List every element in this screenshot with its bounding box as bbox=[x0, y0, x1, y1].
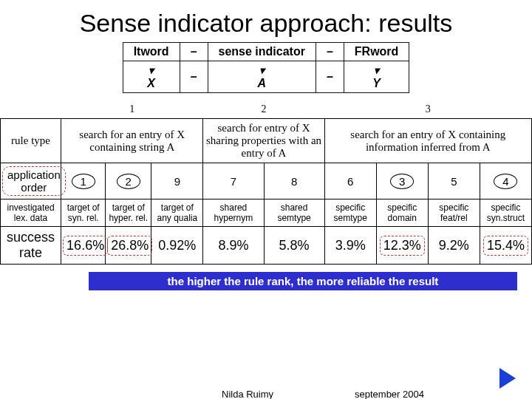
lex-3: target of any qualia bbox=[151, 200, 203, 227]
mapping-y: ▾ Y bbox=[344, 61, 409, 93]
succ-5: 5.8% bbox=[264, 227, 324, 265]
application-order-row: application order 1 2 9 7 8 6 3 5 4 bbox=[1, 163, 532, 200]
results-table: 1 2 3 rule type search for an entry of X… bbox=[0, 100, 532, 265]
group-3: 3 bbox=[324, 100, 531, 119]
slide-title: Sense indicator approach: results bbox=[0, 0, 532, 38]
success-rate-label: success rate bbox=[1, 227, 61, 265]
rule-type-3: search for an entry of X containing info… bbox=[324, 119, 531, 163]
slide: Sense indicator approach: results Itword… bbox=[0, 0, 532, 399]
order-6: 6 bbox=[324, 163, 376, 200]
lex-data-row: investigated lex. data target of syn. re… bbox=[1, 200, 532, 227]
reliability-banner: the higher the rule rank, the more relia… bbox=[89, 272, 517, 290]
application-order-label: application order bbox=[1, 163, 61, 200]
lex-5: shared semtype bbox=[264, 200, 324, 227]
succ-8: 9.2% bbox=[428, 227, 480, 265]
rule-type-label: rule type bbox=[1, 119, 61, 163]
mapping-row-vars: ▾ X – ▾ A – ▾ Y bbox=[123, 61, 409, 93]
mapping-frword: FRword bbox=[344, 43, 409, 61]
lex-1: target of syn. rel. bbox=[61, 200, 106, 227]
order-7: 3 bbox=[376, 163, 428, 200]
lex-2: target of hyper. rel. bbox=[106, 200, 151, 227]
mapping-dash1: – bbox=[180, 43, 208, 61]
lex-7: specific domain bbox=[376, 200, 428, 227]
mapping-a: ▾ A bbox=[208, 61, 316, 93]
mapping-dash2: – bbox=[316, 43, 344, 61]
group-2: 2 bbox=[203, 100, 324, 119]
succ-9: 15.4% bbox=[480, 227, 531, 265]
succ-2: 26.8% bbox=[106, 227, 151, 265]
lex-4: shared hypernym bbox=[203, 200, 264, 227]
mapping-vdash2: – bbox=[316, 61, 344, 93]
mapping-table: Itword – sense indicator – FRword ▾ X – … bbox=[123, 42, 410, 93]
order-2: 2 bbox=[106, 163, 151, 200]
rule-type-2: search for entry of X sharing properties… bbox=[203, 119, 324, 163]
succ-1: 16.6% bbox=[61, 227, 106, 265]
mapping-si: sense indicator bbox=[208, 43, 316, 61]
success-rate-row: success rate 16.6% 26.8% 0.92% 8.9% 5.8%… bbox=[1, 227, 532, 265]
order-8: 5 bbox=[428, 163, 480, 200]
down-arrow-icon: ▾ bbox=[149, 64, 154, 76]
footer-date: september 2004 bbox=[355, 389, 424, 399]
succ-6: 3.9% bbox=[324, 227, 376, 265]
down-arrow-icon: ▾ bbox=[374, 64, 379, 76]
rule-type-1: search for an entry of X containing stri… bbox=[61, 119, 203, 163]
lex-data-label: investigated lex. data bbox=[1, 200, 61, 227]
group-1: 1 bbox=[61, 100, 203, 119]
order-3: 9 bbox=[151, 163, 203, 200]
mapping-itword: Itword bbox=[123, 43, 180, 61]
down-arrow-icon: ▾ bbox=[259, 64, 265, 76]
rule-type-row: rule type search for an entry of X conta… bbox=[1, 119, 532, 163]
succ-4: 8.9% bbox=[203, 227, 264, 265]
order-5: 8 bbox=[264, 163, 324, 200]
blank-cell bbox=[1, 100, 61, 119]
mapping-row-labels: Itword – sense indicator – FRword bbox=[123, 43, 409, 61]
succ-3: 0.92% bbox=[151, 227, 203, 265]
order-1: 1 bbox=[61, 163, 106, 200]
mapping-vdash1: – bbox=[180, 61, 208, 93]
lex-6: specific semtype bbox=[324, 200, 376, 227]
lex-9: specific syn.struct bbox=[480, 200, 531, 227]
order-4: 7 bbox=[203, 163, 264, 200]
next-slide-icon[interactable] bbox=[499, 368, 516, 389]
footer-author: Nilda Ruimy bbox=[222, 389, 273, 399]
lex-8: specific feat/rel bbox=[428, 200, 480, 227]
mapping-x: ▾ X bbox=[123, 61, 180, 93]
order-9: 4 bbox=[480, 163, 531, 200]
succ-7: 12.3% bbox=[376, 227, 428, 265]
group-header-row: 1 2 3 bbox=[1, 100, 532, 119]
